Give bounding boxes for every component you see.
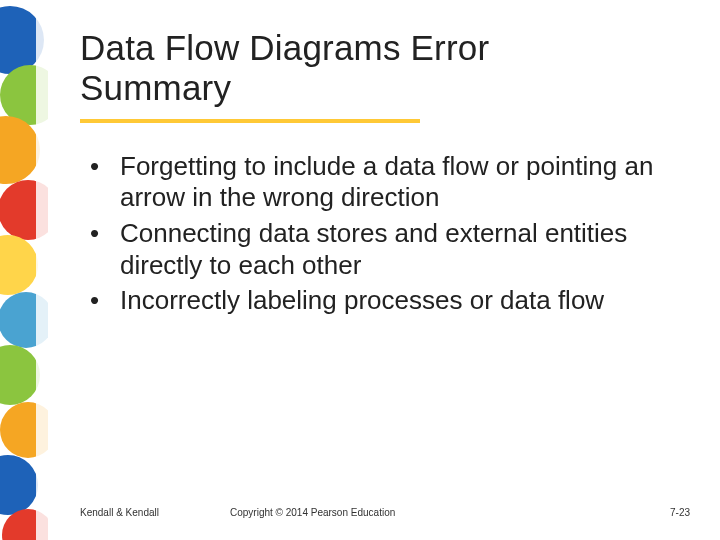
footer-author: Kendall & Kendall [80, 507, 230, 518]
bullet-text: Incorrectly labeling processes or data f… [120, 285, 680, 317]
list-item: • Forgetting to include a data flow or p… [80, 151, 680, 214]
slide-title: Data Flow Diagrams Error Summary [80, 28, 690, 109]
bullet-dot-icon: • [80, 218, 120, 281]
footer-copyright: Copyright © 2014 Pearson Education [230, 507, 670, 518]
list-item: • Connecting data stores and external en… [80, 218, 680, 281]
slide-footer: Kendall & Kendall Copyright © 2014 Pears… [80, 507, 690, 518]
bullet-text: Forgetting to include a data flow or poi… [120, 151, 680, 214]
title-line-1: Data Flow Diagrams Error [80, 28, 489, 67]
slide-content: Data Flow Diagrams Error Summary • Forge… [80, 28, 690, 520]
title-line-2: Summary [80, 68, 231, 107]
list-item: • Incorrectly labeling processes or data… [80, 285, 680, 317]
bullet-dot-icon: • [80, 151, 120, 214]
decorative-left-strip [0, 0, 48, 540]
bullet-text: Connecting data stores and external enti… [120, 218, 680, 281]
svg-rect-11 [36, 0, 48, 540]
bullet-dot-icon: • [80, 285, 120, 317]
bullet-list: • Forgetting to include a data flow or p… [80, 151, 690, 318]
footer-page-number: 7-23 [670, 507, 690, 518]
title-underline-accent [80, 119, 420, 123]
